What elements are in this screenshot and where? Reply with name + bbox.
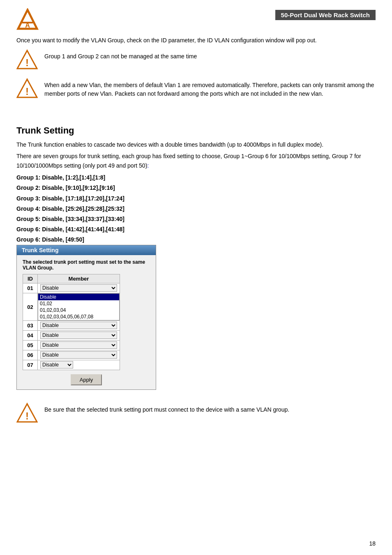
option-0102[interactable]: 01,02 xyxy=(38,300,119,307)
desc2-suffix: : xyxy=(147,162,149,169)
row-id-01: 01 xyxy=(23,283,38,293)
bottom-warning-text: Be sure that the selected trunk setting … xyxy=(44,402,289,414)
trunk-panel: Trunk Setting The selected trunk port se… xyxy=(16,245,156,390)
table-row: 02 Disable 01,02 01,02,03,04 01,02,03,04… xyxy=(23,293,120,321)
group-item-7: Group 6: Disable, [49:50] xyxy=(16,235,376,245)
svg-text:!: ! xyxy=(25,410,29,421)
group-list: Group 1: Disable, [1:2],[1:4],[1:8] Grou… xyxy=(16,173,376,245)
warning-text-1: Group 1 and Group 2 can not be managed a… xyxy=(44,49,197,61)
warning-box-2: ! When add a new Vlan, the members of de… xyxy=(16,78,376,99)
brand-label: 50-Port Dual Web Rack Switch xyxy=(275,10,376,20)
row-id-05: 05 xyxy=(23,341,38,350)
warning-icon-2: ! xyxy=(16,78,38,99)
group-item-2: Group 2: Disable, [9:10],[9:12],[9:16] xyxy=(16,183,376,193)
row-id-07: 07 xyxy=(23,360,38,370)
intro-text: Once you want to modify the VLAN Group, … xyxy=(16,36,376,45)
option-01020304[interactable]: 01,02,03,04 xyxy=(38,307,119,313)
group-item-3: Group 3: Disable, [17:18],[17:20],[17:24… xyxy=(16,193,376,204)
table-row: 03 Disable 01,02 01,02,03,04 01,02,03,04… xyxy=(23,321,120,331)
warning-box-bottom: ! Be sure that the selected trunk settin… xyxy=(16,402,376,424)
table-row: 01 Disable 01,02 01,02,03,04 01,02,03,04… xyxy=(23,283,120,293)
table-row: 06 Disable 01,02 01,02,03,04 01,02,03,04… xyxy=(23,350,120,360)
member-select-05[interactable]: Disable 01,02 01,02,03,04 01,02,03,04,05… xyxy=(40,341,117,349)
section-desc-1: The Trunk function enables to cascade tw… xyxy=(16,140,376,149)
row-member-06[interactable]: Disable 01,02 01,02,03,04 01,02,03,04,05… xyxy=(38,350,120,360)
warning-box-1: ! Group 1 and Group 2 can not be managed… xyxy=(16,49,376,70)
page-header: A 50-Port Dual Web Rack Switch xyxy=(16,8,376,32)
trunk-table: ID Member 01 Disable 01,02 01,02,03,04 0… xyxy=(23,274,120,370)
row-member-07[interactable]: Disable xyxy=(38,360,120,370)
row-id-04: 04 xyxy=(23,331,38,341)
desc2-prefix: There are seven groups for trunk setting… xyxy=(16,153,361,168)
member-select-04[interactable]: Disable 01,02 01,02,03,04 01,02,03,04,05… xyxy=(40,332,117,339)
row-member-02[interactable]: Disable 01,02 01,02,03,04 01,02,03,04,05… xyxy=(38,293,120,321)
col-id: ID xyxy=(23,274,38,283)
row-member-05[interactable]: Disable 01,02 01,02,03,04 01,02,03,04,05… xyxy=(38,341,120,350)
page-number: 18 xyxy=(369,540,376,547)
svg-text:!: ! xyxy=(25,86,29,97)
trunk-panel-header: Trunk Setting xyxy=(17,245,156,255)
row-id-06: 06 xyxy=(23,350,38,360)
member-select-06[interactable]: Disable 01,02 01,02,03,04 01,02,03,04,05… xyxy=(40,351,117,359)
logo-container: A xyxy=(16,8,39,32)
row-member-01[interactable]: Disable 01,02 01,02,03,04 01,02,03,04,05… xyxy=(38,283,120,293)
group-item-5: Group 5: Disable, [33:34],[33:37],[33:40… xyxy=(16,214,376,224)
table-row: 05 Disable 01,02 01,02,03,04 01,02,03,04… xyxy=(23,341,120,350)
group-item-4: Group 4: Disable, [25:26],[25:28],[25:32… xyxy=(16,204,376,214)
warning-icon-1: ! xyxy=(16,49,38,70)
table-row: 07 Disable xyxy=(23,360,120,370)
table-header-row: ID Member xyxy=(23,274,120,283)
group-item-6: Group 6: Disable, [41:42],[41:44],[41:48… xyxy=(16,224,376,235)
warning-icon-bottom: ! xyxy=(16,402,38,424)
option-all[interactable]: 01,02,03,04,05,06,07,08 xyxy=(38,313,119,320)
member-select-07[interactable]: Disable xyxy=(40,361,73,368)
member-dropdown-02-expanded[interactable]: Disable 01,02 01,02,03,04 01,02,03,04,05… xyxy=(38,293,120,320)
svg-text:A: A xyxy=(25,22,30,29)
row-id-02: 02 xyxy=(23,293,38,321)
row-member-03[interactable]: Disable 01,02 01,02,03,04 01,02,03,04,05… xyxy=(38,321,120,331)
option-disable[interactable]: Disable xyxy=(38,294,119,300)
svg-text:!: ! xyxy=(25,57,29,68)
warning-text-2: When add a new Vlan, the members of defa… xyxy=(44,78,376,98)
table-row: 04 Disable 01,02 01,02,03,04 01,02,03,04… xyxy=(23,331,120,341)
col-member: Member xyxy=(38,274,120,283)
section-desc-2: There are seven groups for trunk setting… xyxy=(16,152,376,170)
member-select-03[interactable]: Disable 01,02 01,02,03,04 01,02,03,04,05… xyxy=(40,322,117,329)
row-member-04[interactable]: Disable 01,02 01,02,03,04 01,02,03,04,05… xyxy=(38,331,120,341)
apply-button[interactable]: Apply xyxy=(71,374,102,385)
trunk-panel-note: The selected trunk port setting must set… xyxy=(17,255,156,274)
row-id-03: 03 xyxy=(23,321,38,331)
apply-row: Apply xyxy=(17,374,156,385)
section-title: Trunk Setting xyxy=(16,125,376,136)
logo-icon: A xyxy=(16,8,39,31)
group-item-1: Group 1: Disable, [1:2],[1:4],[1:8] xyxy=(16,173,376,183)
member-select-01[interactable]: Disable 01,02 01,02,03,04 01,02,03,04,05… xyxy=(40,284,117,292)
